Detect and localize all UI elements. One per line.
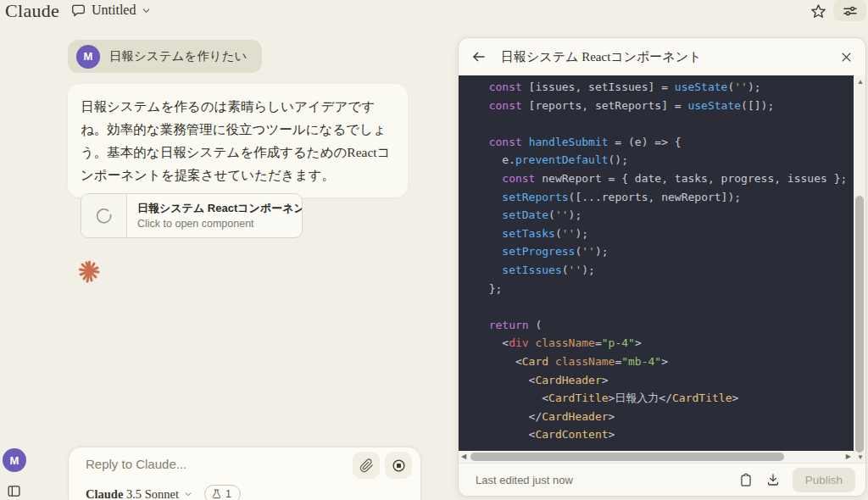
horizontal-scrollbar-thumb[interactable]: [470, 453, 784, 461]
artifact-title: 日報システム Reactコンポーネント: [137, 201, 303, 216]
paperclip-icon: [359, 458, 374, 473]
scroll-up-icon[interactable]: ▲: [857, 79, 864, 86]
clipboard-icon: [739, 473, 753, 487]
assistant-message-text: 日報システムを作るのは素晴らしいアイデアですね。効率的な業務管理に役立つツールに…: [81, 95, 396, 186]
chevron-down-icon: [142, 6, 151, 15]
vertical-scrollbar-thumb[interactable]: [855, 196, 864, 453]
star-conversation-button[interactable]: [806, 1, 830, 21]
user-message-text: 日報システムを作りたい: [109, 48, 247, 64]
model-version: 3.5 Sonnet: [126, 487, 179, 500]
horizontal-scrollbar[interactable]: ◀ ▶: [459, 451, 854, 463]
close-icon: [840, 51, 853, 64]
composer: Claude 3.5 Sonnet 1: [68, 447, 421, 500]
capture-icon: [392, 458, 406, 473]
publish-button[interactable]: Publish: [793, 468, 855, 492]
star-icon: [810, 3, 826, 19]
model-brand: Claude: [86, 487, 123, 500]
sidebar-toggle-button[interactable]: [5, 482, 22, 499]
artifact-loading-cell: [81, 194, 127, 237]
scroll-down-icon[interactable]: ▼: [857, 454, 864, 461]
spinner-icon: [96, 208, 113, 225]
scroll-right-icon[interactable]: ▶: [846, 453, 851, 460]
close-panel-button[interactable]: [840, 51, 853, 64]
artifact-meta: 日報システム Reactコンポーネント Click to open compon…: [127, 194, 303, 237]
attach-file-button[interactable]: [353, 452, 380, 479]
download-icon: [766, 473, 780, 486]
user-message: M 日報システムを作りたい: [68, 40, 262, 73]
claude-starburst-icon: [78, 259, 101, 284]
account-avatar[interactable]: M: [3, 448, 26, 472]
artifact-panel-title: 日報システム Reactコンポーネント: [501, 49, 840, 65]
conversation-picker[interactable]: Untitled: [71, 3, 151, 18]
copy-button[interactable]: [735, 469, 757, 491]
message-input[interactable]: [86, 457, 331, 471]
sidebar-toggle-icon: [7, 484, 21, 498]
artifact-panel: 日報システム Reactコンポーネント const [issues, setIs…: [458, 37, 866, 497]
code-content: const [issues, setIssues] = useState('')…: [476, 78, 854, 444]
claude-logo: Claude: [5, 0, 59, 22]
arrow-left-icon: [471, 49, 487, 64]
flask-icon: [212, 489, 221, 499]
artifact-preview-card[interactable]: 日報システム Reactコンポーネント Click to open compon…: [81, 193, 303, 238]
screen-capture-button[interactable]: [385, 452, 412, 479]
last-edited-status: Last edited just now: [476, 474, 730, 486]
user-avatar: M: [76, 45, 100, 69]
chevron-down-icon: [184, 490, 192, 498]
model-selector[interactable]: Claude 3.5 Sonnet 1: [86, 485, 241, 500]
conversation-title: Untitled: [92, 3, 136, 18]
artifact-count-pill[interactable]: 1: [204, 485, 241, 500]
artifact-count: 1: [225, 488, 231, 500]
artifact-subtitle: Click to open component: [137, 218, 303, 230]
vertical-scrollbar[interactable]: ▲ ▼: [854, 75, 865, 464]
model-name: Claude 3.5 Sonnet: [86, 487, 179, 500]
chat-bubble-icon: [71, 3, 86, 18]
download-button[interactable]: [762, 469, 784, 491]
scroll-left-icon[interactable]: ◀: [461, 453, 466, 460]
assistant-message: 日報システムを作るのは素晴らしいアイデアですね。効率的な業務管理に役立つツールに…: [68, 84, 408, 197]
sliders-icon: [843, 4, 858, 18]
back-button[interactable]: [471, 49, 487, 64]
artifact-panel-header: 日報システム Reactコンポーネント: [459, 38, 865, 75]
artifact-panel-footer: Last edited just now Publish: [459, 463, 865, 496]
code-editor[interactable]: const [issues, setIssues] = useState('')…: [459, 75, 854, 451]
settings-button[interactable]: [833, 0, 866, 21]
